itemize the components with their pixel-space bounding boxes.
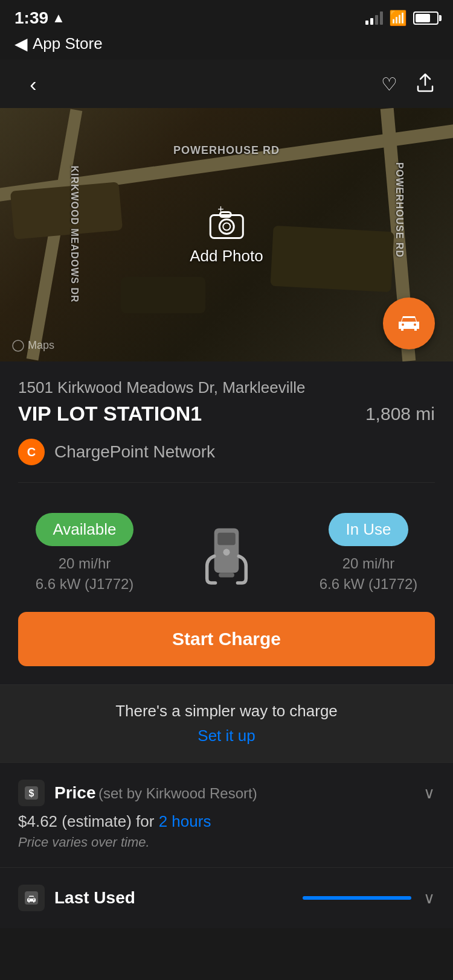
terrain-patch-2	[271, 226, 394, 292]
svg-rect-9	[219, 573, 234, 577]
svg-point-3	[223, 223, 230, 231]
last-used-icon	[18, 885, 45, 911]
camera-icon: +	[205, 205, 248, 241]
map-container: POWERHOUSE RD POWERHOUSE RD KIRKWOOD MEA…	[0, 108, 453, 361]
station-name-row: VIP LOT STATION1 1,808 mi	[18, 402, 435, 425]
signal-bars	[365, 11, 383, 25]
map-label-powerhouse-right: POWERHOUSE RD	[394, 162, 405, 258]
price-chevron[interactable]: ∨	[423, 784, 435, 803]
network-row: C ChargePoint Network	[18, 439, 435, 483]
svg-point-2	[219, 220, 234, 234]
apple-maps-icon	[12, 340, 24, 352]
charger-svg	[196, 517, 257, 590]
svg-rect-7	[217, 533, 236, 545]
price-varies: Price varies over time.	[18, 835, 435, 850]
last-used-left: Last Used	[18, 885, 135, 911]
back-app-store-button[interactable]: ◀ App Store	[14, 34, 439, 54]
start-charge-button[interactable]: Start Charge	[18, 612, 435, 666]
in-use-badge: In Use	[329, 513, 408, 546]
network-name: ChargePoint Network	[54, 442, 215, 462]
back-button[interactable]: ‹	[18, 72, 48, 96]
station-distance: 1,808 mi	[365, 404, 435, 424]
last-used-bar	[303, 896, 411, 900]
back-chevron-icon: ◀	[14, 34, 28, 54]
status-left: 1:39 ▲	[14, 8, 65, 28]
station-info: 1501 Kirkwood Meadows Dr, Markleeville V…	[0, 361, 453, 495]
map-label-powerhouse-top: POWERHOUSE RD	[173, 144, 280, 157]
price-section: $ Price (set by Kirkwood Resort) ∨ $4.62…	[0, 763, 453, 868]
battery-icon	[413, 11, 439, 25]
maps-label: Maps	[12, 339, 54, 352]
top-nav: ‹ ♡	[0, 60, 453, 108]
terrain-patch-3	[121, 277, 205, 313]
map-label-meadows: KIRKWOOD MEADOWS DR	[69, 166, 80, 303]
wifi-icon: 📶	[389, 10, 407, 27]
simpler-way-banner: There's a simpler way to charge Set it u…	[0, 684, 453, 763]
location-icon: ▲	[52, 10, 65, 26]
car-small-icon	[24, 890, 39, 906]
status-time: 1:39	[14, 8, 48, 28]
car-icon	[395, 310, 423, 337]
price-icon-title: $ Price (set by Kirkwood Resort)	[18, 780, 257, 806]
station-address: 1501 Kirkwood Meadows Dr, Markleeville	[18, 378, 435, 397]
terrain-patch-1	[10, 182, 123, 239]
charger-in-use: In Use 20 mi/hr 6.6 kW (J1772)	[302, 513, 435, 594]
app-store-nav: ◀ App Store	[0, 33, 453, 60]
last-used-section: Last Used ∨	[0, 868, 453, 928]
dollar-icon: $	[24, 785, 39, 801]
charger-status-section: Available 20 mi/hr 6.6 kW (J1772) In Use	[0, 495, 453, 612]
ev-charger-icon	[151, 517, 302, 590]
charger-available-details: 20 mi/hr 6.6 kW (J1772)	[36, 553, 134, 594]
charger-available: Available 20 mi/hr 6.6 kW (J1772)	[18, 513, 151, 594]
price-detail: $4.62 (estimate) for 2 hours	[18, 812, 435, 831]
status-right: 📶	[365, 10, 439, 27]
set-it-up-link[interactable]: Set it up	[18, 727, 435, 745]
nav-right-icons: ♡	[381, 72, 435, 97]
add-photo-button[interactable]: + Add Photo	[190, 205, 263, 266]
price-section-header: $ Price (set by Kirkwood Resort) ∨	[18, 780, 435, 806]
last-used-chevron[interactable]: ∨	[423, 889, 435, 908]
svg-point-5	[13, 340, 24, 351]
share-button[interactable]	[416, 72, 435, 97]
last-used-title: Last Used	[54, 888, 135, 908]
start-charge-section: Start Charge	[0, 612, 453, 684]
simpler-way-text: There's a simpler way to charge	[18, 702, 435, 721]
add-photo-label: Add Photo	[190, 247, 263, 266]
price-hours-link[interactable]: 2 hours	[159, 812, 211, 830]
svg-text:$: $	[29, 788, 34, 798]
station-name: VIP LOT STATION1	[18, 402, 202, 425]
status-bar: 1:39 ▲ 📶	[0, 0, 453, 33]
favorite-button[interactable]: ♡	[381, 74, 397, 95]
price-title: Price (set by Kirkwood Resort)	[54, 783, 257, 803]
svg-point-8	[223, 549, 230, 556]
svg-rect-12	[25, 891, 38, 905]
charger-in-use-details: 20 mi/hr 6.6 kW (J1772)	[320, 553, 418, 594]
chargepoint-logo: C	[18, 439, 45, 465]
car-directions-button[interactable]	[383, 298, 435, 349]
app-store-label: App Store	[33, 34, 103, 53]
price-icon: $	[18, 780, 45, 806]
available-badge: Available	[36, 513, 133, 546]
